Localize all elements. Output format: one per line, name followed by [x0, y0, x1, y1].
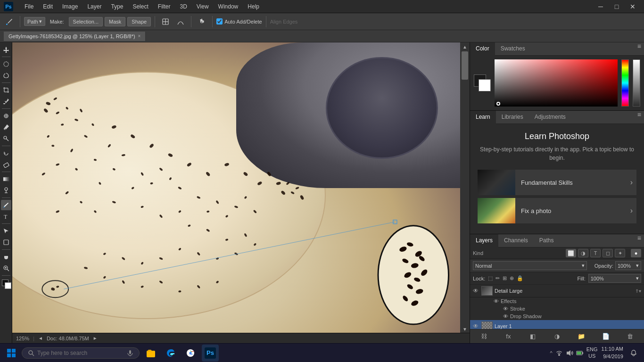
color-panel-options[interactable]: ≡ [635, 42, 644, 55]
layer-1[interactable]: 👁 Layer 1 [470, 320, 644, 329]
opacity-dropdown[interactable]: 100% ▾ [615, 261, 641, 270]
crop-tool[interactable] [1, 85, 11, 95]
menu-view[interactable]: View [193, 1, 213, 12]
new-group-button[interactable]: 📁 [570, 331, 593, 341]
layer-stroke[interactable]: 👁 Stroke [470, 305, 644, 313]
system-clock[interactable]: 11:10 AM 9/4/2019 [602, 346, 623, 360]
status-next[interactable]: ► [93, 336, 98, 341]
align-edges-checkbox[interactable]: Align Edges [270, 19, 298, 25]
pen-tool[interactable] [1, 200, 11, 210]
menu-window[interactable]: Window [215, 1, 242, 12]
doc-tab-close[interactable]: × [138, 33, 141, 39]
warp-icon[interactable] [174, 17, 187, 26]
close-button[interactable]: ✕ [625, 0, 640, 13]
canvas-area[interactable]: ▲ ▼ ◄ ► [12, 42, 470, 343]
tab-swatches[interactable]: Swatches [495, 42, 531, 55]
tab-adjustments[interactable]: Adjustments [529, 111, 571, 123]
new-adjustment-button[interactable]: ◑ [546, 331, 569, 341]
layer-effects-group[interactable]: 👁 Effects [470, 297, 644, 305]
taskbar-search[interactable] [22, 347, 140, 359]
color-swatch[interactable] [474, 74, 491, 91]
menu-type[interactable]: Type [107, 1, 127, 12]
eye-icon-effects[interactable]: 👁 [494, 298, 499, 304]
menu-3d[interactable]: 3D [176, 1, 190, 12]
zoom-tool[interactable] [1, 263, 11, 273]
notification-button[interactable] [627, 346, 640, 360]
path-selection-tool[interactable] [1, 226, 11, 236]
filter-type[interactable]: T [590, 249, 601, 257]
battery-icon[interactable] [576, 349, 584, 357]
scroll-arrow-up[interactable]: ▲ [462, 44, 467, 49]
taskbar-chrome[interactable] [182, 345, 199, 362]
taskbar-edge[interactable] [162, 345, 179, 362]
history-brush-tool[interactable] [1, 148, 11, 158]
auto-add-delete-checkbox[interactable]: Auto Add/Delete [216, 18, 262, 25]
alpha-strip[interactable] [633, 59, 640, 107]
layer-visibility-1[interactable]: 👁 [473, 323, 479, 329]
menu-help[interactable]: Help [244, 1, 263, 12]
menu-bar[interactable]: File Edit Image Layer Type Select Filter… [21, 1, 263, 12]
tutorial-fundamental[interactable]: Fundamental Skills › [478, 170, 636, 195]
network-icon[interactable] [555, 349, 563, 357]
shape-tool[interactable] [1, 237, 11, 247]
document-tab[interactable]: GettyImages-76185342.jpg @ 125% (Layer 1… [4, 32, 146, 41]
foreground-background-color[interactable] [1, 279, 11, 289]
brush-tool[interactable] [1, 122, 11, 132]
filter-adjustment[interactable]: ◑ [578, 249, 588, 257]
dodge-tool[interactable] [1, 185, 11, 196]
delete-layer-button[interactable]: 🗑 [619, 331, 641, 341]
background-color[interactable] [479, 79, 491, 91]
mask-button[interactable]: Mask [105, 17, 125, 26]
vertical-scrollbar[interactable]: ▲ ▼ [460, 42, 470, 334]
settings-icon[interactable] [195, 17, 208, 26]
menu-layer[interactable]: Layer [83, 1, 105, 12]
tab-paths[interactable]: Paths [534, 234, 560, 247]
scroll-arrow-down[interactable]: ▼ [462, 327, 467, 332]
menu-edit[interactable]: Edit [39, 1, 57, 12]
marquee-tool[interactable] [1, 59, 11, 69]
minimize-button[interactable]: ─ [593, 0, 608, 13]
menu-select[interactable]: Select [129, 1, 152, 12]
blend-mode-dropdown[interactable]: Normal ▾ [473, 261, 587, 270]
add-mask-button[interactable]: ◧ [521, 331, 544, 341]
tab-libraries[interactable]: Libraries [496, 111, 529, 123]
path-dropdown[interactable]: Path ▾ [24, 17, 45, 26]
gradient-tool[interactable] [1, 174, 11, 184]
layer-detail-large[interactable]: 👁 Detail Large ⇑▾ [470, 285, 644, 297]
volume-icon[interactable] [566, 349, 573, 357]
lock-position[interactable]: ⊕ [510, 275, 514, 281]
background-color-box[interactable] [5, 282, 11, 289]
filter-active[interactable]: ● [631, 249, 641, 257]
color-picker[interactable] [495, 59, 618, 107]
layer-visibility-detail[interactable]: 👁 [473, 288, 479, 294]
tab-layers[interactable]: Layers [470, 234, 498, 247]
vscroll-thumb[interactable] [462, 51, 468, 80]
search-input[interactable] [37, 350, 124, 356]
tutorial-fix-photo[interactable]: Fix a photo › [478, 198, 636, 223]
eraser-tool[interactable] [1, 159, 11, 170]
menu-file[interactable]: File [21, 1, 37, 12]
status-prev[interactable]: ◄ [38, 336, 43, 341]
clone-stamp-tool[interactable] [1, 133, 11, 144]
shape-button[interactable]: Shape [127, 17, 151, 26]
start-button[interactable] [4, 346, 19, 361]
selection-button[interactable]: Selection... [69, 17, 103, 26]
taskbar-photoshop[interactable]: Ps [202, 345, 219, 362]
transform-icon[interactable] [159, 17, 172, 26]
add-style-button[interactable]: fx [497, 331, 520, 341]
maximize-button[interactable]: □ [609, 0, 624, 13]
lasso-tool[interactable] [1, 70, 11, 81]
link-layers-button[interactable]: ⛓ [473, 331, 495, 341]
menu-image[interactable]: Image [58, 1, 82, 12]
window-controls[interactable]: ─ □ ✕ [593, 0, 644, 13]
tab-learn[interactable]: Learn [470, 111, 496, 124]
hand-tool[interactable] [1, 252, 11, 262]
learn-panel-options[interactable]: ≡ [635, 111, 644, 123]
tab-color[interactable]: Color [470, 42, 495, 56]
show-hidden-icons[interactable]: ^ [550, 350, 553, 356]
lock-artboard[interactable]: ⊞ [503, 275, 507, 281]
fill-dropdown[interactable]: 100% ▾ [588, 274, 641, 283]
hue-strip[interactable] [621, 59, 629, 107]
pen-tool-icon[interactable] [3, 17, 16, 26]
lock-transparent[interactable]: ⬚ [488, 275, 493, 281]
